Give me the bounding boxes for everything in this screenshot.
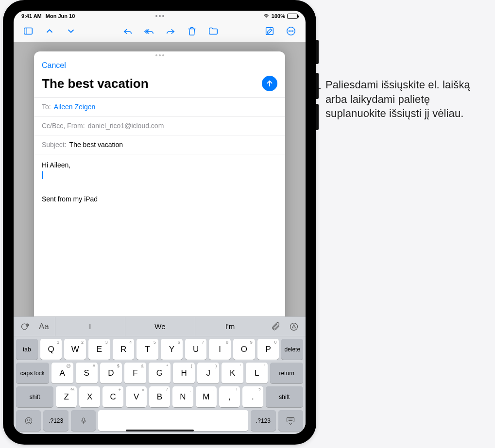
home-indicator[interactable] — [126, 430, 194, 431]
reply-all-button[interactable] — [139, 22, 159, 40]
key-v[interactable]: V= — [126, 386, 147, 407]
move-button[interactable] — [204, 22, 223, 40]
more-button[interactable] — [281, 22, 301, 40]
to-recipient[interactable]: Aileen Zeigen — [54, 103, 96, 111]
keyboard: Aa I We I'm tab Q1W2E3R4T5Y6U7I8O9P0dele… — [14, 316, 306, 434]
key-s[interactable]: S# — [76, 363, 98, 383]
multitasking-dots[interactable] — [155, 15, 164, 17]
key-r[interactable]: R4 — [113, 339, 135, 360]
key-w[interactable]: W2 — [64, 339, 86, 360]
svg-rect-0 — [24, 28, 33, 34]
dictation-key[interactable] — [71, 410, 96, 431]
key-q[interactable]: Q1 — [40, 339, 62, 360]
key-d[interactable]: D$ — [100, 363, 122, 383]
key-x[interactable]: X- — [79, 386, 100, 407]
format-button[interactable]: Aa — [36, 319, 52, 334]
hide-keyboard-key[interactable] — [278, 410, 303, 431]
attachment-button[interactable] — [268, 319, 283, 334]
reply-button[interactable] — [118, 22, 137, 40]
prev-message-button[interactable] — [40, 22, 59, 40]
key-b[interactable]: B/ — [149, 386, 170, 407]
body-greeting: Hi Aileen, — [42, 160, 277, 170]
compose-button[interactable] — [260, 22, 279, 40]
battery-percent: 100% — [272, 13, 285, 19]
capslock-key[interactable]: caps lock — [16, 363, 49, 383]
key-.[interactable]: .? — [242, 386, 263, 407]
key-a[interactable]: A@ — [51, 363, 73, 383]
shift-left-key[interactable]: shift — [16, 386, 53, 407]
key-u[interactable]: U7 — [185, 339, 207, 360]
prediction-2[interactable]: We — [125, 317, 195, 336]
key-k[interactable]: K' — [222, 363, 243, 383]
compose-title: The best vacation — [42, 76, 149, 91]
key-h[interactable]: H( — [173, 363, 195, 383]
emoji-key[interactable] — [16, 410, 41, 431]
key-c[interactable]: C+ — [102, 386, 123, 407]
key-g[interactable]: G* — [149, 363, 171, 383]
prediction-3[interactable]: I'm — [195, 317, 265, 336]
cc-bcc-from-field[interactable]: Cc/Bcc, From: daniel_rico1@icloud.com — [34, 116, 285, 135]
markup-button[interactable] — [286, 319, 302, 334]
key-t[interactable]: T5 — [137, 339, 158, 360]
ipad-device-frame: 9:41 AM Mon Jun 10 100% — [3, 0, 316, 445]
svg-rect-14 — [83, 418, 85, 421]
volume-down-button — [316, 104, 319, 130]
svg-point-12 — [27, 419, 28, 420]
key-l[interactable]: L" — [246, 363, 268, 383]
subject-label: Subject: — [42, 141, 67, 149]
send-button[interactable] — [262, 76, 277, 91]
prediction-1[interactable]: I — [55, 317, 125, 336]
signature: Sent from my iPad — [42, 194, 277, 204]
to-field[interactable]: To: Aileen Zeigen — [34, 97, 285, 116]
text-cursor — [42, 171, 43, 179]
callout-text: Paliesdami išsiųskite el. laišką arba la… — [325, 78, 486, 121]
key-,[interactable]: ,! — [219, 386, 240, 407]
subject-field[interactable]: Subject: The best vacation — [34, 135, 285, 154]
key-o[interactable]: O9 — [233, 339, 255, 360]
shift-right-key[interactable]: shift — [266, 386, 303, 407]
return-key[interactable]: return — [270, 363, 303, 383]
key-y[interactable]: Y6 — [161, 339, 183, 360]
trash-button[interactable] — [182, 22, 202, 40]
sidebar-toggle-button[interactable] — [18, 22, 38, 40]
status-bar: 9:41 AM Mon Jun 10 100% — [14, 11, 306, 20]
numbers-left-key[interactable]: .?123 — [43, 410, 68, 431]
forward-button[interactable] — [161, 22, 180, 40]
svg-point-13 — [29, 419, 30, 420]
subject-value: The best vacation — [69, 141, 123, 149]
battery-icon — [287, 14, 298, 19]
numbers-right-key[interactable]: .?123 — [251, 410, 275, 431]
next-message-button[interactable] — [61, 22, 81, 40]
key-n[interactable]: N; — [172, 386, 193, 407]
space-key[interactable] — [98, 410, 248, 431]
power-button — [316, 40, 319, 64]
status-time: 9:41 AM — [21, 13, 42, 19]
svg-point-6 — [292, 31, 293, 31]
key-e[interactable]: E3 — [88, 339, 110, 360]
svg-rect-15 — [287, 417, 294, 422]
svg-point-4 — [289, 31, 290, 31]
key-i[interactable]: I8 — [209, 339, 231, 360]
delete-key[interactable]: delete — [281, 339, 303, 360]
screen: 9:41 AM Mon Jun 10 100% — [14, 11, 306, 434]
key-j[interactable]: J) — [197, 363, 219, 383]
keyboard-toolbar: Aa I We I'm — [14, 317, 306, 336]
key-m[interactable]: M: — [196, 386, 217, 407]
volume-up-button — [316, 73, 319, 99]
to-label: To: — [42, 103, 51, 111]
svg-point-11 — [25, 417, 32, 424]
mail-toolbar — [14, 20, 306, 42]
stickers-button[interactable] — [17, 319, 33, 334]
status-date: Mon Jun 10 — [46, 13, 75, 19]
wifi-icon — [263, 13, 270, 19]
from-value: daniel_rico1@icloud.com — [88, 122, 164, 130]
tab-key[interactable]: tab — [16, 339, 38, 360]
key-p[interactable]: P0 — [257, 339, 279, 360]
cancel-button[interactable]: Cancel — [42, 61, 66, 70]
svg-point-5 — [290, 31, 291, 31]
key-f[interactable]: F& — [124, 363, 146, 383]
cc-label: Cc/Bcc, From: — [42, 122, 85, 130]
sheet-grabber[interactable] — [34, 51, 285, 56]
key-z[interactable]: Z% — [56, 386, 77, 407]
arrow-up-icon — [265, 79, 274, 88]
